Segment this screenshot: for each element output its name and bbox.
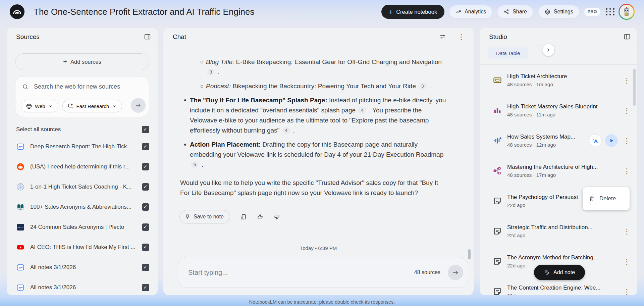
more-options-icon[interactable]: ⋮ — [621, 228, 633, 235]
interactive-mode-button[interactable] — [589, 134, 602, 147]
chat-input[interactable] — [188, 269, 414, 276]
create-notebook-button[interactable]: + Create notebook — [381, 5, 444, 19]
studio-item-actions: ⋮ — [621, 107, 633, 114]
research-mode-dropdown[interactable]: Fast Research — [62, 100, 122, 112]
more-options-icon[interactable]: ⋮ — [621, 167, 633, 174]
source-checkbox[interactable] — [142, 284, 149, 291]
search-submit-button[interactable] — [131, 98, 146, 113]
source-checkbox[interactable] — [142, 163, 149, 170]
chat-scrollbar[interactable] — [468, 249, 471, 259]
citation-chip[interactable]: 3 — [419, 83, 426, 90]
studio-item-title: Mastering the Architecture of High... — [507, 164, 598, 170]
studio-item-text: The Content Creation Engine: Wee...22d a… — [507, 285, 600, 295]
arrow-right-icon — [135, 102, 142, 109]
source-row[interactable]: (USA) I need help determining if this r.… — [7, 157, 158, 177]
plus-icon: + — [63, 58, 67, 66]
avatar[interactable] — [619, 4, 635, 20]
studio-item-meta: 48 sources · 11m ago — [507, 112, 598, 117]
studio-item[interactable]: Strategic Traffic and Distribution...22d… — [480, 216, 637, 246]
analytics-button[interactable]: Analytics — [449, 5, 492, 18]
more-options-icon[interactable]: ⋮ — [621, 288, 633, 295]
reddit-icon — [16, 162, 25, 171]
collapse-sources-panel-icon[interactable] — [144, 33, 151, 40]
chip-scroll-right-button[interactable] — [542, 44, 554, 56]
play-audio-button[interactable] — [605, 134, 618, 147]
source-checkbox[interactable] — [142, 223, 149, 231]
chat-more-options-icon[interactable]: ⋮ — [455, 33, 467, 40]
chat-input-box: 48 sources — [178, 257, 468, 288]
chat-panel-title: Chat — [173, 33, 186, 41]
source-checkbox[interactable] — [142, 264, 149, 271]
source-row[interactable]: mDeep Research Report: The High-Tick... — [7, 137, 158, 157]
studio-item[interactable]: Mastering the Architecture of High...48 … — [480, 156, 637, 186]
add-note-button[interactable]: Add note — [534, 265, 585, 280]
source-row[interactable]: mAll notes 3/1/2026 — [7, 277, 158, 295]
web-filter-dropdown[interactable]: Web — [21, 100, 58, 112]
more-options-icon[interactable]: ⋮ — [621, 77, 633, 84]
studio-item[interactable]: High Ticket Architecture48 sources · 1m … — [480, 65, 637, 95]
studio-item-meta: 48 sources · 17m ago — [507, 172, 598, 178]
more-options-icon[interactable]: ⋮ — [621, 137, 633, 144]
source-checkbox[interactable] — [142, 183, 149, 191]
chat-settings-tune-icon[interactable] — [439, 33, 446, 40]
send-button[interactable] — [448, 265, 463, 280]
report-icon — [492, 105, 503, 116]
source-title: All notes 3/1/2026 — [30, 264, 76, 271]
studio-item-actions: ⋮ — [621, 258, 633, 265]
thumbs-down-icon[interactable] — [273, 213, 280, 220]
copy-icon[interactable] — [240, 213, 247, 220]
source-title: Deep Research Report: The High-Tick... — [30, 143, 131, 150]
google-apps-grid-icon[interactable] — [605, 7, 614, 16]
source-row[interactable]: 1-on-1 High Ticket Sales Coaching - K... — [7, 177, 158, 197]
studio-item-meta: 22d ago — [507, 233, 593, 238]
italic-text: Podcast: — [206, 83, 231, 90]
select-all-checkbox[interactable] — [142, 126, 149, 133]
book-icon — [16, 203, 25, 211]
search-web-input[interactable] — [34, 83, 143, 90]
pro-badge: PRO — [584, 8, 600, 16]
more-options-icon[interactable]: ⋮ — [621, 107, 633, 114]
settings-button[interactable]: Settings — [538, 5, 580, 18]
search-icon — [22, 84, 29, 90]
save-to-note-button[interactable]: Save to note — [179, 210, 230, 223]
citation-chip[interactable]: 4 — [358, 107, 366, 114]
note-icon — [492, 195, 503, 207]
studio-item-actions: ⋮ — [621, 167, 633, 174]
source-checkbox[interactable] — [142, 143, 149, 150]
more-options-icon[interactable]: ⋮ — [621, 258, 633, 265]
source-checkbox[interactable] — [142, 244, 149, 251]
citation-chip[interactable]: 5 — [191, 161, 199, 168]
gear-icon — [544, 9, 551, 15]
studio-scrollbar[interactable] — [633, 69, 636, 106]
citation-chip[interactable]: 3 — [207, 69, 215, 75]
share-button[interactable]: Share — [497, 5, 533, 18]
source-checkbox[interactable] — [142, 203, 149, 211]
trash-icon — [588, 195, 595, 202]
message-block: Action Plan Placement: Drafting the copy… — [180, 140, 448, 170]
citation-chip[interactable]: 4 — [282, 127, 290, 134]
studio-item[interactable]: How Sales Systems Map...48 sources · 12m… — [480, 125, 637, 156]
note-icon — [492, 256, 503, 267]
chevron-right-icon — [545, 47, 551, 53]
source-row[interactable]: mAll notes 3/1/2026 — [7, 257, 158, 277]
note-icon — [492, 286, 503, 295]
add-sources-button[interactable]: + Add sources — [15, 53, 149, 70]
thumbs-up-icon[interactable] — [257, 213, 264, 220]
studio-item[interactable]: High-Ticket Mastery Sales Blueprint48 so… — [480, 95, 637, 125]
source-row[interactable]: 100+ Sales Acronyms & Abbreviations... — [7, 197, 158, 217]
source-title: 100+ Sales Acronyms & Abbreviations... — [30, 204, 131, 210]
bullet-marker — [184, 99, 186, 101]
notebooklm-logo-icon[interactable] — [9, 4, 25, 19]
chevron-down-icon — [48, 103, 53, 109]
source-row[interactable]: PLECTO24 Common Sales Acronyms | Plecto — [7, 217, 158, 237]
studio-item-title: High Ticket Architecture — [507, 73, 567, 80]
delete-menu-item[interactable]: Delete — [583, 187, 630, 210]
studio-item-actions: ⋮ — [621, 228, 633, 235]
message-block: Blog Title: E-Bike Bikepacking: Essentia… — [180, 57, 448, 77]
pin-icon — [184, 214, 191, 220]
expand-studio-panel-icon[interactable] — [624, 33, 631, 40]
studio-item-title: The Psychology of Persuasi — [507, 194, 578, 201]
svg-text:PLECTO: PLECTO — [17, 226, 23, 228]
source-row[interactable]: AI CEO: THIS is How I'd Make My First ..… — [7, 237, 158, 257]
data-table-chip[interactable]: Data Table — [488, 47, 528, 59]
